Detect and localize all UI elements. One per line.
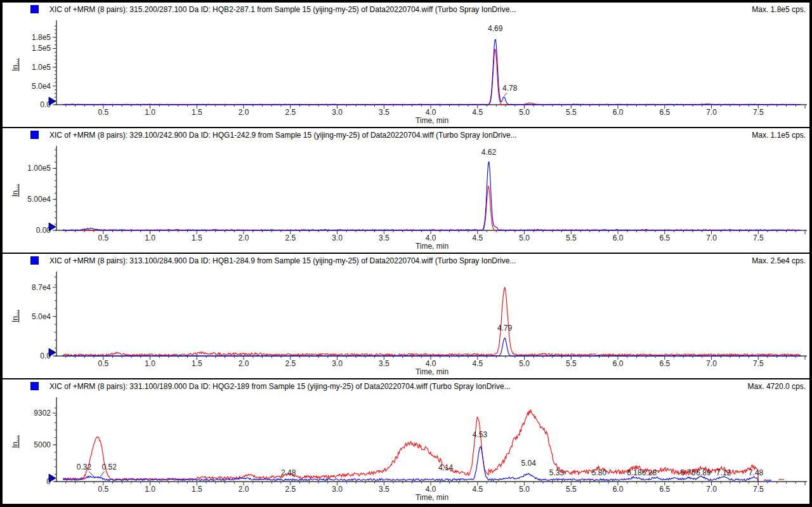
peak-time-label: 6.89 [696,468,711,477]
peak-time-label: 7.48 [749,468,764,477]
x-tick-label: 3.0 [332,485,343,494]
chromatogram-chart[interactable]: 0.51.01.52.02.53.03.54.04.55.05.56.06.57… [3,142,809,253]
trace-color-swatch-icon[interactable] [30,256,39,265]
x-tick-label: 6.0 [613,485,624,494]
x-tick-label: 2.5 [285,234,296,242]
x-tick-label: 4.0 [426,108,436,117]
trace-color-swatch-icon[interactable] [30,5,39,13]
y-tick-label: 1.00e5 [27,164,51,173]
max-intensity-label: Max. 2.5e4 cps. [752,256,806,265]
x-tick-label: 6.5 [659,108,670,117]
peak-label-leader [504,93,507,96]
x-tick-label: 1.0 [145,359,155,368]
x-tick-label: 1.0 [145,108,155,117]
y-tick-label: 5.00e4 [27,195,51,204]
chromatogram-panel-2: XIC of +MRM (8 pairs): 329.100/242.900 D… [3,127,809,253]
x-tick-label: 5.5 [566,234,577,242]
chromatogram-chart[interactable]: 0.51.01.52.02.53.03.54.04.55.05.56.06.57… [3,393,809,504]
y-tick-label: 1.8e5 [32,33,51,42]
active-trace-marker-icon[interactable] [49,348,56,357]
panel-header: XIC of +MRM (8 pairs): 331.100/189.000 D… [3,379,809,393]
active-trace-marker-icon[interactable] [49,97,56,105]
peak-time-label: 4.78 [502,84,518,93]
panel-title: XIC of +MRM (8 pairs): 331.100/189.000 D… [49,382,511,391]
y-tick-label: 5.0e4 [32,82,51,91]
app-window: XIC of +MRM (8 pairs): 315.200/287.100 D… [0,0,812,507]
y-axis-title: In... [11,435,20,448]
x-tick-label: 4.5 [472,234,483,242]
x-tick-label: 6.5 [659,485,670,494]
x-tick-label: 2.0 [239,108,249,117]
peak-time-label: 5.80 [592,468,607,477]
trace-color-swatch-icon[interactable] [30,131,39,139]
x-tick-label: 5.0 [519,234,530,242]
panel-title: XIC of +MRM (8 pairs): 329.100/242.900 D… [49,131,517,140]
chromatogram-chart[interactable]: 0.51.01.52.02.53.03.54.04.55.05.56.06.57… [3,267,809,378]
active-trace-marker-icon[interactable] [49,474,56,482]
x-tick-label: 7.0 [706,359,717,368]
x-tick-label: 4.5 [472,485,483,494]
x-tick-label: 5.0 [519,359,530,368]
max-intensity-label: Max. 4720.0 cps. [748,382,806,391]
x-tick-label: 6.0 [613,234,624,242]
x-tick-label: 5.5 [566,359,577,368]
trace-color-swatch-icon[interactable] [30,382,39,390]
chromatogram-panel-4: XIC of +MRM (8 pairs): 331.100/189.000 D… [3,378,809,504]
trace-blue [63,39,800,105]
peak-time-label: 6.18 [627,468,642,477]
y-axis-title: In... [11,58,20,71]
x-tick-label: 4.5 [472,359,483,368]
panel-title: XIC of +MRM (8 pairs): 313.100/284.900 D… [49,256,516,265]
x-tick-label: 2.0 [239,359,249,368]
x-tick-label: 2.5 [285,485,296,494]
x-tick-label: 7.0 [706,485,717,494]
x-tick-label: 2.5 [285,359,296,368]
x-tick-label: 0.5 [98,234,108,242]
x-tick-label: 7.5 [753,485,764,494]
x-tick-label: 7.5 [753,234,764,242]
peak-time-label: 7.12 [716,468,731,477]
x-tick-label: 0.5 [98,359,108,368]
x-tick-label: 7.0 [706,108,717,117]
y-tick-label: 5.0e4 [32,312,51,321]
peak-label-leader [100,471,105,477]
peak-time-label: 2.48 [281,468,296,477]
y-tick-label: 9302 [34,409,51,418]
x-tick-label: 4.0 [426,234,436,242]
x-tick-label: 3.0 [332,108,343,117]
trace-red [63,187,800,230]
y-tick-label: 1.5e5 [32,44,51,53]
trace-red [63,410,784,482]
peak-time-label: 4.14 [438,463,454,472]
chromatogram-panel-3: XIC of +MRM (8 pairs): 313.100/284.900 D… [3,253,809,378]
x-axis-title: Time, min [416,367,449,376]
x-tick-label: 1.5 [192,359,202,368]
x-tick-label: 5.0 [519,108,530,117]
x-tick-label: 6.0 [613,359,624,368]
x-tick-label: 6.5 [659,359,670,368]
x-tick-label: 1.5 [192,485,202,494]
x-tick-label: 0.5 [98,108,108,117]
x-tick-label: 3.5 [379,485,390,494]
y-tick-label: 1.0e5 [32,63,51,72]
panel-header: XIC of +MRM (8 pairs): 313.100/284.900 D… [3,254,809,267]
trace-blue [63,161,800,230]
y-axis-title: In... [11,310,20,322]
panel-title: XIC of +MRM (8 pairs): 315.200/287.100 D… [49,5,516,14]
y-axis-title: In... [11,184,20,197]
trace-blue [63,338,800,356]
peak-time-label: 6.75 [681,468,696,477]
x-axis-title: Time, min [416,242,449,251]
chromatogram-panel-1: XIC of +MRM (8 pairs): 315.200/287.100 D… [3,3,809,127]
x-tick-label: 7.0 [706,234,717,242]
peak-time-label: 4.69 [488,24,503,33]
max-intensity-label: Max. 1.1e5 cps. [752,131,806,140]
peak-time-label: 0.52 [102,463,117,471]
x-axis-title: Time, min [416,493,449,502]
x-tick-label: 5.5 [566,485,577,494]
x-tick-label: 0.5 [98,485,108,494]
chromatogram-chart[interactable]: 0.51.01.52.02.53.03.54.04.55.05.56.06.57… [3,16,809,127]
x-tick-label: 3.0 [332,359,343,368]
x-tick-label: 4.5 [472,108,483,117]
panel-header: XIC of +MRM (8 pairs): 329.100/242.900 D… [3,128,809,142]
